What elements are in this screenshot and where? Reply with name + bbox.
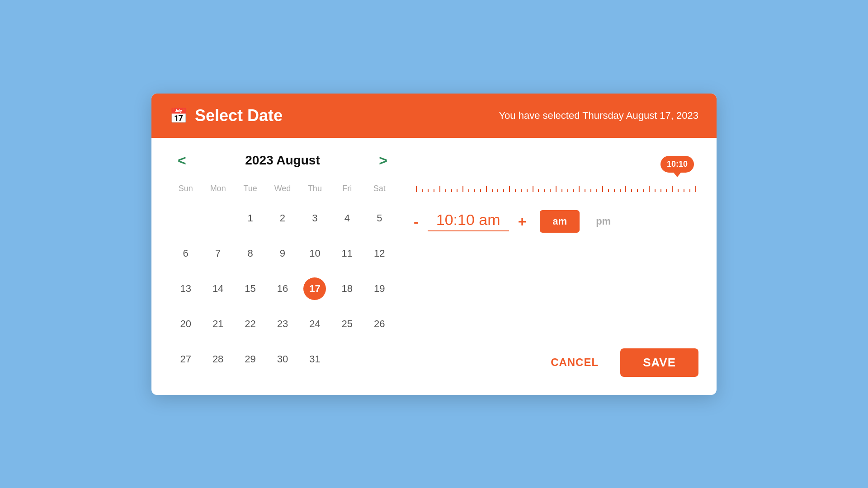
calendar-day[interactable]: 31: [299, 342, 331, 377]
ampm-toggle: am pm: [540, 210, 623, 233]
calendar-day[interactable]: 23: [266, 306, 298, 342]
header-left: 📅 Select Date: [170, 106, 283, 125]
calendar-day[interactable]: 1: [234, 201, 266, 236]
calendar-day: [363, 342, 396, 377]
tick: [693, 186, 698, 192]
calendar-section: < 2023 August > SunMonTueWedThuFriSat 12…: [170, 151, 396, 377]
tick: [670, 186, 675, 192]
save-button[interactable]: SAVE: [620, 348, 698, 377]
calendar-day[interactable]: 9: [266, 236, 298, 271]
calendar-day[interactable]: 4: [331, 201, 363, 236]
tick: [542, 189, 547, 192]
dialog-body: < 2023 August > SunMonTueWedThuFriSat 12…: [151, 138, 717, 395]
tick: [524, 189, 530, 192]
tick: [565, 189, 571, 192]
time-plus-button[interactable]: +: [518, 214, 527, 229]
tick: [495, 189, 501, 192]
tick: [571, 189, 576, 192]
tick: [576, 186, 582, 192]
calendar-day[interactable]: 27: [170, 342, 202, 377]
tick: [600, 186, 606, 192]
dialog-title: Select Date: [195, 106, 283, 125]
calendar-day[interactable]: 20: [170, 306, 202, 342]
day-header: Thu: [299, 180, 331, 201]
tick: [448, 189, 454, 192]
prev-month-button[interactable]: <: [174, 151, 190, 169]
tick: [454, 189, 460, 192]
calendar-day: [202, 201, 234, 236]
tick: [652, 189, 658, 192]
calendar-day: [331, 342, 363, 377]
calendar-day[interactable]: 5: [363, 201, 396, 236]
tick: [623, 186, 629, 192]
tick: [501, 189, 507, 192]
calendar-day[interactable]: 21: [202, 306, 234, 342]
tick: [437, 186, 443, 192]
calendar-day[interactable]: 8: [234, 236, 266, 271]
calendar-day[interactable]: 29: [234, 342, 266, 377]
day-header: Wed: [266, 180, 298, 201]
tick: [629, 189, 635, 192]
tick: [477, 189, 483, 192]
calendar-day[interactable]: 28: [202, 342, 234, 377]
tick: [646, 186, 652, 192]
tick: [553, 186, 559, 192]
calendar-day[interactable]: 17: [299, 271, 331, 306]
time-pin: 10:10: [660, 156, 694, 173]
calendar-day[interactable]: 15: [234, 271, 266, 306]
tick: [582, 189, 588, 192]
calendar-day[interactable]: 6: [170, 236, 202, 271]
calendar-day[interactable]: 14: [202, 271, 234, 306]
tick: [489, 189, 495, 192]
calendar-day[interactable]: 30: [266, 342, 298, 377]
calendar-day[interactable]: 12: [363, 236, 396, 271]
dialog-header: 📅 Select Date You have selected Thursday…: [151, 94, 717, 138]
calendar-day[interactable]: 2: [266, 201, 298, 236]
date-picker-dialog: 📅 Select Date You have selected Thursday…: [151, 94, 717, 395]
time-section: 10:10 - 10:10 am + am pm CANCEL SAVE: [414, 151, 698, 377]
month-nav: < 2023 August >: [170, 151, 396, 169]
tick: [507, 186, 513, 192]
tick: [443, 189, 448, 192]
cancel-button[interactable]: CANCEL: [540, 350, 609, 375]
time-display: 10:10 am: [428, 211, 509, 231]
calendar-day[interactable]: 13: [170, 271, 202, 306]
calendar-day[interactable]: 3: [299, 201, 331, 236]
tick: [425, 189, 431, 192]
tick: [588, 189, 594, 192]
tick: [664, 189, 670, 192]
calendar-day[interactable]: 11: [331, 236, 363, 271]
calendar-day: [170, 201, 202, 236]
time-minus-button[interactable]: -: [414, 214, 419, 229]
day-header: Mon: [202, 180, 234, 201]
calendar-day[interactable]: 22: [234, 306, 266, 342]
am-button[interactable]: am: [540, 210, 580, 233]
calendar-day[interactable]: 18: [331, 271, 363, 306]
tick: [605, 189, 611, 192]
calendar-day[interactable]: 24: [299, 306, 331, 342]
tick: [472, 189, 478, 192]
calendar-day[interactable]: 25: [331, 306, 363, 342]
tick: [431, 189, 437, 192]
time-input-row: - 10:10 am + am pm: [414, 210, 698, 233]
calendar-day[interactable]: 26: [363, 306, 396, 342]
tick: [687, 189, 693, 192]
day-header: Fri: [331, 180, 363, 201]
calendar-day[interactable]: 16: [266, 271, 298, 306]
tick: [658, 189, 664, 192]
tick: [547, 189, 553, 192]
calendar-day[interactable]: 19: [363, 271, 396, 306]
calendar-grid: SunMonTueWedThuFriSat 123456789101112131…: [170, 180, 396, 377]
tick: [460, 186, 466, 192]
month-title: 2023 August: [245, 153, 320, 168]
tick: [414, 186, 420, 192]
next-month-button[interactable]: >: [375, 151, 391, 169]
day-header: Tue: [234, 180, 266, 201]
tick: [559, 189, 565, 192]
tick: [466, 189, 472, 192]
tick: [483, 186, 489, 192]
calendar-day[interactable]: 10: [299, 236, 331, 271]
calendar-day[interactable]: 7: [202, 236, 234, 271]
calendar-icon: 📅: [170, 107, 188, 124]
pm-button[interactable]: pm: [583, 210, 623, 233]
